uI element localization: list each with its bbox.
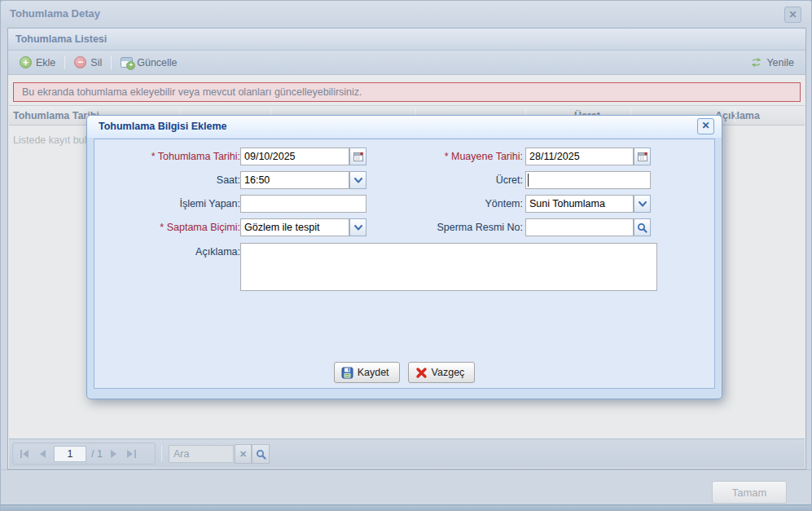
- save-icon: [341, 367, 353, 379]
- first-page-button[interactable]: [18, 448, 31, 460]
- search-icon: [637, 222, 647, 233]
- window-titlebar: Tohumlama Detay ✕: [1, 1, 811, 28]
- calendar-icon: [353, 151, 364, 162]
- cancel-button[interactable]: Vazgeç: [408, 362, 476, 383]
- delete-button-label: Sil: [90, 57, 102, 68]
- prev-page-icon: [38, 449, 46, 459]
- cancel-x-icon: [415, 367, 428, 379]
- toolbar-separator: [64, 55, 65, 69]
- window-footer: Tamam: [1, 469, 811, 506]
- tohumlama-tarihi-input[interactable]: [240, 148, 349, 165]
- muayene-tarihi-calendar-button[interactable]: [634, 148, 651, 165]
- paging-controls: / 1: [12, 443, 156, 465]
- refresh-button[interactable]: Yenile: [744, 54, 801, 72]
- dialog-button-row: Kaydet Vazgeç: [87, 362, 722, 383]
- refresh-button-label: Yenile: [766, 57, 794, 68]
- add-icon: +: [20, 56, 32, 68]
- clear-search-button[interactable]: ✕: [235, 444, 252, 464]
- delete-button[interactable]: − Sil: [68, 54, 108, 72]
- panel-header: Tohumlama Listesi: [8, 29, 805, 51]
- window-close-icon[interactable]: ✕: [784, 7, 801, 23]
- column-separator: [735, 108, 735, 122]
- islemi-yapan-label: İşlemi Yapan:: [95, 195, 240, 213]
- window-tohumlama-detay: Tohumlama Detay ✕ Tohumlama Listesi + Ek…: [0, 0, 812, 511]
- paging-separator: [161, 445, 162, 461]
- chevron-down-icon: [639, 201, 647, 207]
- dialog-title: Tohumlama Bilgisi Ekleme: [99, 121, 226, 132]
- chevron-down-icon: [354, 225, 362, 231]
- window-title: Tohumlama Detay: [10, 7, 100, 20]
- update-button-label: Güncelle: [137, 57, 177, 68]
- tohumlama-tarihi-calendar-button[interactable]: [349, 148, 366, 165]
- aciklama-label: Açıklama:: [95, 243, 240, 261]
- paging-toolbar: / 1 ✕: [9, 438, 805, 468]
- ok-button[interactable]: Tamam: [712, 481, 787, 504]
- delete-icon: −: [74, 56, 86, 68]
- info-banner: Bu ekranda tohumlama ekleyebilir veya me…: [13, 82, 801, 102]
- saptama-bicimi-label: * Saptama Biçimi:: [95, 218, 240, 236]
- saat-combo-input[interactable]: [240, 171, 349, 189]
- text-cursor: [528, 174, 529, 187]
- ucret-label: Ücret:: [380, 171, 523, 189]
- calendar-icon: [637, 151, 648, 162]
- sperma-resmi-no-search-button[interactable]: [634, 218, 651, 236]
- yontem-label: Yöntem:: [380, 195, 523, 213]
- search-button[interactable]: [252, 444, 270, 464]
- aciklama-textarea[interactable]: [240, 243, 657, 291]
- update-button[interactable]: Güncelle: [114, 54, 183, 72]
- last-page-button[interactable]: [125, 448, 138, 460]
- saat-dropdown-button[interactable]: [349, 171, 366, 189]
- window-bottom-edge: [1, 504, 811, 510]
- page-count-label: / 1: [91, 448, 103, 460]
- tohumlama-tarihi-label: * Tohumlama Tarihi:: [95, 148, 240, 165]
- add-button-label: Ekle: [36, 57, 55, 68]
- search-icon: [256, 449, 266, 460]
- add-button[interactable]: + Ekle: [13, 54, 62, 72]
- next-page-icon: [110, 449, 118, 459]
- saat-label: Saat:: [95, 171, 240, 189]
- cancel-button-label: Vazgeç: [432, 367, 465, 378]
- first-page-icon: [20, 449, 30, 459]
- saptama-bicimi-combo-input[interactable]: [240, 218, 349, 236]
- sperma-resmi-no-input[interactable]: [525, 218, 634, 236]
- muayene-tarihi-label: * Muayene Tarihi:: [380, 148, 523, 165]
- prev-page-button[interactable]: [36, 448, 49, 460]
- next-page-button[interactable]: [108, 448, 121, 460]
- save-button[interactable]: Kaydet: [334, 362, 400, 383]
- panel-title: Tohumlama Listesi: [15, 33, 107, 45]
- search-input[interactable]: [169, 445, 234, 463]
- muayene-tarihi-input[interactable]: [525, 148, 634, 165]
- yontem-combo-input[interactable]: [525, 195, 634, 213]
- page-number-input[interactable]: [54, 446, 86, 462]
- tohumlama-bilgisi-ekleme-dialog: Tohumlama Bilgisi Ekleme ✕ * Tohumlama T…: [86, 115, 722, 399]
- sperma-resmi-no-label: Sperma Resmi No:: [380, 218, 523, 236]
- toolbar-separator: [111, 55, 112, 69]
- list-toolbar: + Ekle − Sil Güncelle Yenile: [8, 51, 805, 75]
- refresh-icon: [750, 56, 762, 68]
- last-page-icon: [126, 449, 137, 459]
- update-icon: [121, 57, 133, 68]
- ucret-input[interactable]: [525, 171, 651, 189]
- dialog-header[interactable]: Tohumlama Bilgisi Ekleme ✕: [87, 116, 722, 138]
- dialog-close-icon[interactable]: ✕: [697, 118, 714, 134]
- islemi-yapan-input[interactable]: [240, 195, 366, 213]
- yontem-dropdown-button[interactable]: [634, 195, 651, 213]
- saptama-bicimi-dropdown-button[interactable]: [349, 218, 366, 236]
- save-button-label: Kaydet: [358, 367, 389, 378]
- chevron-down-icon: [354, 178, 362, 183]
